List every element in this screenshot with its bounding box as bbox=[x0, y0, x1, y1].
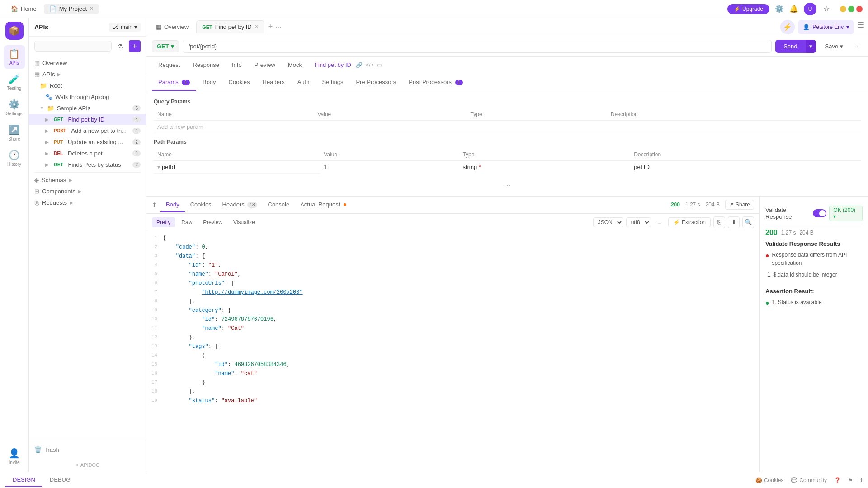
tab-overview[interactable]: ▦ Overview bbox=[150, 20, 194, 33]
view-tab-pretty[interactable]: Pretty bbox=[152, 217, 175, 227]
close-tab-icon[interactable]: ✕ bbox=[255, 24, 259, 30]
resp-tab-body[interactable]: Body bbox=[160, 197, 185, 212]
notifications-icon[interactable]: 🔔 bbox=[789, 5, 798, 14]
nav-item-add-pet[interactable]: ▶ POST Add a new pet to th... 1 bbox=[29, 125, 146, 136]
nav-item-walkthrough[interactable]: 🐾 Walk through Apidog bbox=[29, 91, 146, 103]
env-icon-button[interactable]: ⚡ bbox=[780, 20, 795, 34]
sidebar-item-history[interactable]: 🕐 History bbox=[4, 146, 25, 170]
sub-tab-response[interactable]: Response bbox=[186, 57, 226, 74]
sidebar-item-apis[interactable]: 📋 APIs bbox=[4, 45, 25, 69]
add-tab-button[interactable]: + bbox=[268, 22, 273, 32]
invite-icon: 👤 bbox=[9, 448, 20, 459]
maximize-button[interactable] bbox=[848, 6, 854, 12]
trash-button[interactable]: 🗑️ Trash bbox=[34, 445, 141, 455]
sub-tab-request[interactable]: Request bbox=[152, 57, 186, 74]
validate-toggle[interactable] bbox=[813, 209, 827, 217]
params-tab-settings[interactable]: Settings bbox=[316, 74, 349, 91]
download-button[interactable]: ⬇ bbox=[728, 216, 740, 228]
view-tab-preview[interactable]: Preview bbox=[198, 217, 227, 227]
sub-tab-info[interactable]: Info bbox=[226, 57, 248, 74]
params-tab-headers[interactable]: Headers bbox=[256, 74, 291, 91]
params-tab-params[interactable]: Params 1 bbox=[152, 74, 196, 91]
nav-item-overview[interactable]: ▦ Overview bbox=[29, 57, 146, 69]
close-button[interactable] bbox=[856, 6, 863, 12]
params-tab-auth[interactable]: Auth bbox=[291, 74, 316, 91]
params-tab-post-processors[interactable]: Post Processors 1 bbox=[402, 74, 469, 91]
upgrade-button[interactable]: ⚡ Upgrade bbox=[727, 4, 769, 14]
design-tab[interactable]: DESIGN bbox=[5, 474, 42, 487]
add-param-row[interactable]: Add a new param bbox=[154, 121, 861, 133]
add-item-button[interactable]: + bbox=[129, 40, 141, 52]
method-selector[interactable]: GET ▾ bbox=[152, 40, 179, 52]
save-button[interactable]: Save ▾ bbox=[820, 40, 849, 52]
format-selector[interactable]: JSON bbox=[593, 217, 623, 227]
help-button[interactable]: ❓ bbox=[834, 477, 841, 483]
debug-tab[interactable]: DEBUG bbox=[42, 474, 78, 487]
nav-search-input[interactable] bbox=[34, 41, 112, 52]
nav-item-finds-pets[interactable]: ▶ GET Finds Pets by status 2 bbox=[29, 159, 146, 170]
nav-item-find-pet[interactable]: ▶ GET Find pet by ID 4 bbox=[29, 114, 146, 125]
view-tab-raw[interactable]: Raw bbox=[177, 217, 197, 227]
nav-item-delete-pet[interactable]: ▶ DEL Deletes a pet 1 bbox=[29, 148, 146, 159]
tab-find-pet[interactable]: GET Find pet by ID ✕ bbox=[196, 20, 264, 33]
encoding-selector[interactable]: utf8 bbox=[626, 217, 651, 227]
copy-button[interactable]: ⎘ bbox=[713, 216, 725, 228]
wrap-toggle-button[interactable]: ≡ bbox=[654, 216, 665, 228]
resp-tab-console[interactable]: Console bbox=[263, 197, 295, 212]
save-chevron-icon: ▾ bbox=[840, 43, 843, 50]
share-button[interactable]: ↗ Share bbox=[725, 200, 754, 210]
filter-button[interactable]: ⚗ bbox=[114, 40, 126, 52]
sub-tab-breadcrumb[interactable]: Find pet by ID 🔗 </> ▭ bbox=[308, 57, 388, 74]
nav-item-sample-apis[interactable]: ▼ 📁 Sample APIs 5 bbox=[29, 103, 146, 114]
resp-tab-actual-request[interactable]: Actual Request bbox=[295, 197, 352, 212]
send-dropdown-button[interactable]: ▾ bbox=[806, 40, 816, 53]
sidebar-item-share[interactable]: ↗️ Share bbox=[4, 121, 25, 145]
resp-tab-headers[interactable]: Headers 18 bbox=[217, 197, 263, 212]
branch-selector[interactable]: ⎇ main ▾ bbox=[109, 23, 141, 32]
cookies-button[interactable]: 🍪 Cookies bbox=[755, 477, 783, 483]
path-params-title: Path Params bbox=[154, 139, 861, 145]
body-actions: JSON utf8 ≡ ⚡ Extraction ⎘ bbox=[593, 216, 754, 228]
search-in-body-button[interactable]: 🔍 bbox=[742, 216, 754, 228]
env-selector[interactable]: 👤 Petstore Env ▾ bbox=[798, 20, 854, 34]
response-left: ⬆ Body Cookies Headers 18 bbox=[146, 197, 760, 472]
ok-badge[interactable]: OK (200) ▾ bbox=[829, 206, 863, 221]
nav-item-root[interactable]: 📁 Root bbox=[29, 80, 146, 91]
params-tab-body[interactable]: Body bbox=[196, 74, 222, 91]
settings-icon[interactable]: ⚙️ bbox=[775, 5, 784, 14]
nav-item-components[interactable]: ⊞ Components ▶ bbox=[29, 186, 146, 197]
project-tab[interactable]: 📄 My Project ✕ bbox=[44, 4, 99, 14]
titlebar-actions: ⚡ Upgrade ⚙️ 🔔 U ☆ bbox=[727, 3, 863, 15]
sub-tab-mock[interactable]: Mock bbox=[282, 57, 308, 74]
minimize-button[interactable] bbox=[840, 6, 846, 12]
close-project-tab-icon[interactable]: ✕ bbox=[90, 6, 94, 12]
sidebar-item-settings[interactable]: ⚙️ Settings bbox=[4, 96, 25, 119]
params-tab-cookies[interactable]: Cookies bbox=[222, 74, 256, 91]
view-tab-visualize[interactable]: Visualize bbox=[229, 217, 259, 227]
nav-item-update-pet[interactable]: ▶ PUT Update an existing ... 2 bbox=[29, 136, 146, 148]
more-tabs-button[interactable]: ··· bbox=[275, 23, 281, 31]
send-button[interactable]: Send bbox=[775, 40, 805, 53]
sidebar-item-invite[interactable]: 👤 Invite bbox=[4, 445, 25, 468]
avatar[interactable]: U bbox=[804, 3, 816, 15]
flag-button[interactable]: ⚑ bbox=[848, 477, 853, 483]
nav-item-apis[interactable]: ▦ APIs ▶ bbox=[29, 69, 146, 80]
cookies-icon: 🍪 bbox=[755, 477, 762, 483]
sidebar-item-testing[interactable]: 🧪 Testing bbox=[4, 70, 25, 94]
home-tab[interactable]: 🏠 Home bbox=[5, 4, 42, 14]
more-options-button[interactable]: ··· bbox=[852, 40, 863, 52]
resp-tab-cookies[interactable]: Cookies bbox=[185, 197, 217, 212]
tab-actions: + ··· bbox=[268, 22, 282, 32]
extraction-button[interactable]: ⚡ Extraction bbox=[668, 217, 711, 227]
info-button[interactable]: ℹ bbox=[860, 477, 863, 483]
expand-more-button[interactable]: ··· bbox=[154, 179, 861, 191]
sub-tab-preview[interactable]: Preview bbox=[248, 57, 282, 74]
nav-item-requests[interactable]: ◎ Requests ▶ bbox=[29, 197, 146, 208]
collapse-response-button[interactable]: ⬆ bbox=[152, 202, 157, 208]
nav-item-schemas[interactable]: ◈ Schemas ▶ bbox=[29, 174, 146, 186]
sidebar-toggle-button[interactable]: ☰ bbox=[857, 20, 864, 34]
community-button[interactable]: 💬 Community bbox=[791, 477, 827, 483]
url-input[interactable] bbox=[183, 40, 772, 53]
bookmark-icon[interactable]: ☆ bbox=[822, 5, 831, 14]
params-tab-pre-processors[interactable]: Pre Processors bbox=[349, 74, 402, 91]
